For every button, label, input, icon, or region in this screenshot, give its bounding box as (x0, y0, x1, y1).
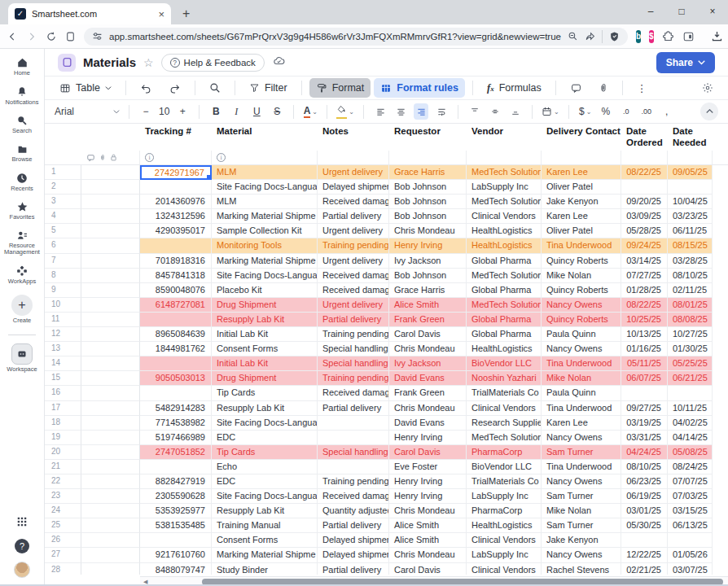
avatar[interactable] (14, 562, 30, 578)
cell-tracking[interactable]: 8828427919 (140, 474, 212, 489)
cell-tracking[interactable]: 8590048076 (140, 283, 212, 298)
forward-icon[interactable] (26, 31, 37, 42)
cell-delivery-contact[interactable]: Tina Underwood (542, 401, 621, 416)
row-action-cell[interactable] (81, 445, 140, 460)
row-number[interactable]: 1 (45, 165, 81, 180)
cell-requestor[interactable]: Henry Irving (389, 431, 467, 445)
cell-notes[interactable]: Training pending (318, 371, 389, 386)
share-icon[interactable] (585, 31, 595, 42)
cell-delivery-contact[interactable]: Nancy Owens (542, 298, 621, 313)
wrap-text-button[interactable] (434, 103, 449, 120)
cell-notes[interactable] (318, 416, 389, 431)
cell-date-needed[interactable]: 08/15/25 (668, 238, 713, 253)
cell-notes[interactable]: Partial delivery (318, 209, 389, 224)
cell-tracking[interactable]: 5353925977 (140, 504, 212, 518)
cell-date-needed[interactable]: 04/02/25 (668, 416, 713, 431)
cell-vendor[interactable]: HealthLogistics (467, 342, 542, 356)
font-size-increase-button[interactable]: + (175, 103, 190, 120)
sidebar-item-create[interactable]: + Create (0, 295, 45, 325)
cell-delivery-contact[interactable]: Tina Underwood (542, 238, 621, 253)
cell-delivery-contact[interactable]: Mike Nolan (542, 504, 621, 518)
row-action-cell[interactable] (81, 548, 140, 562)
row-action-cell[interactable] (81, 356, 140, 371)
cell-material[interactable]: MLM (212, 195, 318, 209)
sidebar-item-workapps[interactable]: WorkApps (0, 265, 45, 286)
decrease-decimal-button[interactable]: .0 (619, 103, 634, 120)
row-action-cell[interactable] (81, 180, 140, 195)
cell-date-ordered[interactable]: 12/22/25 (621, 548, 668, 562)
row-number[interactable]: 25 (45, 518, 81, 533)
cell-vendor[interactable]: Global Pharma (467, 327, 542, 342)
cell-vendor[interactable]: LabSupply Inc (467, 489, 542, 504)
cell-date-ordered[interactable]: 04/24/25 (621, 445, 668, 460)
cell-date-needed[interactable]: 10/04/25 (668, 195, 713, 209)
cell-requestor[interactable]: Alice Smith (389, 518, 467, 533)
cell-requestor[interactable]: Carol Davis (389, 327, 467, 342)
cell-tracking[interactable]: 5197466989 (140, 431, 212, 445)
cell-requestor[interactable]: Chris Mondeau (389, 504, 467, 518)
cell-date-needed[interactable]: 02/11/25 (668, 283, 713, 298)
row-action-cell[interactable] (81, 563, 140, 575)
cell-delivery-contact[interactable]: Sam Turner (542, 489, 621, 504)
cell-requestor[interactable]: Bob Johnson (389, 195, 467, 209)
cell-date-ordered[interactable]: 10/13/25 (621, 327, 668, 342)
cell-vendor[interactable]: Research Supplies (467, 416, 542, 431)
cell-vendor[interactable]: Global Pharma (467, 254, 542, 269)
comments-button[interactable] (564, 78, 589, 98)
row-action-cell[interactable] (81, 195, 140, 209)
cell-notes[interactable]: Received damaged (318, 283, 389, 298)
sidebar-item-notifications[interactable]: Notifications (0, 86, 45, 107)
cell-material[interactable]: Marking Material Shipme (212, 209, 318, 224)
date-format-button[interactable]: ⌄ (542, 103, 559, 120)
row-number[interactable]: 18 (45, 416, 81, 431)
row-number[interactable]: 23 (45, 489, 81, 504)
cell-date-ordered[interactable] (621, 533, 668, 548)
row-number[interactable]: 28 (45, 563, 81, 575)
cell-material[interactable]: Marking Material Shipme (212, 548, 318, 562)
cell-date-ordered[interactable]: 03/01/25 (621, 504, 668, 518)
cell-notes[interactable]: Training pending (318, 474, 389, 489)
format-rules-button[interactable]: Format rules (374, 78, 465, 98)
cell-requestor[interactable]: Frank Green (389, 313, 467, 327)
cell-requestor[interactable]: Alice Smith (389, 533, 467, 548)
cell-notes[interactable]: Partial delivery (318, 313, 389, 327)
cell-requestor[interactable]: Henry Irving (389, 474, 467, 489)
cell-date-ordered[interactable]: 05/11/25 (621, 356, 668, 371)
cell-tracking[interactable]: 2014360976 (140, 195, 212, 209)
row-number[interactable]: 21 (45, 460, 81, 474)
material-info[interactable]: i (212, 151, 318, 164)
cell-date-ordered[interactable]: 08/10/25 (621, 460, 668, 474)
row-number[interactable]: 11 (45, 313, 81, 327)
cell-date-needed[interactable] (668, 180, 713, 195)
cell-material[interactable]: Monitoring Tools (212, 238, 318, 253)
zoom-out-icon[interactable] (568, 31, 578, 42)
cell-date-needed[interactable]: 06/11/25 (668, 224, 713, 238)
valign-top-button[interactable] (467, 103, 482, 120)
cell-vendor[interactable]: BioVendor LLC (467, 460, 542, 474)
cell-requestor[interactable]: Alice Smith (389, 298, 467, 313)
column-header-delivery-contact[interactable]: Delivery Contact (542, 124, 621, 151)
extension-icon-dollar[interactable]: $ (649, 30, 654, 43)
formulas-button[interactable]: fx Formulas (480, 78, 548, 98)
cell-delivery-contact[interactable]: Karen Lee (542, 209, 621, 224)
cell-notes[interactable]: Urgent delivery (318, 298, 389, 313)
cell-material[interactable]: Resupply Lab Kit (212, 313, 318, 327)
cell-notes[interactable]: Partial delivery (318, 518, 389, 533)
cell-tracking[interactable]: 7714538982 (140, 416, 212, 431)
cell-date-ordered[interactable]: 06/07/25 (621, 371, 668, 386)
cell-requestor[interactable]: Carol Davis (389, 563, 467, 575)
cell-vendor[interactable]: Clinical Vendors (467, 401, 542, 416)
tracking-info[interactable]: i (140, 151, 212, 164)
row-action-cell[interactable] (81, 416, 140, 431)
cell-notes[interactable]: Received damaged (318, 269, 389, 283)
bold-button[interactable]: B (208, 103, 223, 120)
comment-icon[interactable] (86, 154, 95, 162)
cell-material[interactable]: Site Facing Docs-Langua (212, 269, 318, 283)
cell-tracking[interactable]: 6148727081 (140, 298, 212, 313)
thousands-separator-button[interactable]: , (660, 103, 674, 120)
cell-material[interactable]: Study Binder (212, 563, 318, 575)
cell-date-needed[interactable]: 01/05/26 (668, 548, 713, 562)
cell-notes[interactable]: Training pending (318, 238, 389, 253)
cell-notes[interactable]: Urgent delivery (318, 224, 389, 238)
sidebar-item-resource-management[interactable]: Resource Management (0, 230, 45, 256)
